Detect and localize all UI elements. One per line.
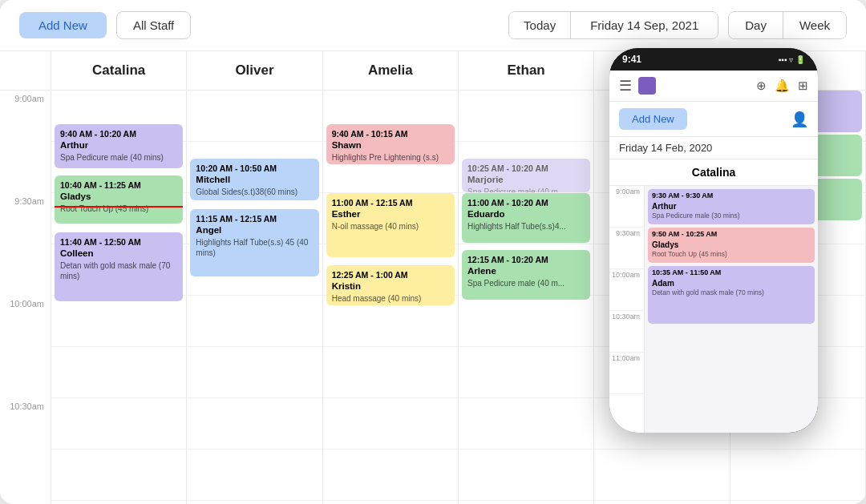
phone-status-icons: ▪▪▪ ▿ 🔋 — [779, 55, 805, 64]
bell-icon[interactable]: 🔔 — [775, 79, 790, 93]
appt-gladys[interactable]: 10:40 AM - 11:25 AM Gladys Root Touch Up… — [55, 175, 183, 224]
appt-service: Spa Pedicure male (40 mins) — [60, 152, 177, 163]
appt-time: 10:20 AM - 10:50 AM — [196, 163, 313, 174]
week-view-button[interactable]: Week — [783, 12, 846, 38]
appt-name: Esther — [332, 208, 449, 221]
phone-cal-content: 9:00am 9:30am 10:00am 10:30am 11:00am 9:… — [609, 186, 818, 433]
appt-name: Mitchell — [196, 174, 313, 187]
app-container: Add New All Staff Today Friday 14 Sep, 2… — [0, 0, 866, 504]
oliver-slot-1[interactable] — [187, 91, 322, 142]
ethan-slot-9[interactable] — [459, 501, 593, 504]
appt-name: Gladys — [60, 191, 177, 204]
phone-notch: 9:41 ▪▪▪ ▿ 🔋 — [609, 48, 818, 71]
appt-time: 9:40 AM - 10:15 AM — [332, 128, 449, 139]
appt-name: Eduardo — [467, 208, 585, 221]
oliver-slot-5[interactable] — [187, 296, 322, 347]
phone-appt-adam[interactable]: 10:35 AM - 11:50 AM Adam Detan with gold… — [648, 266, 815, 324]
grid-icon[interactable]: ⊞ — [798, 79, 808, 93]
appt-eduardo[interactable]: 11:00 AM - 10:20 AM Eduardo Highlights H… — [462, 193, 590, 243]
add-icon[interactable]: ⊕ — [756, 79, 767, 93]
appt-time: 10:25 AM - 10:20 AM — [467, 163, 585, 174]
amelia-slot-6[interactable] — [323, 347, 458, 398]
ethan-slot-7[interactable] — [459, 398, 593, 450]
staff-col-catalina: 9:40 AM - 10:20 AM Arthur Spa Pedicure m… — [51, 91, 187, 504]
oliver-slot-6[interactable] — [187, 347, 322, 398]
amelia-slot-8[interactable] — [323, 450, 458, 501]
amelia-slot-9[interactable] — [323, 501, 458, 504]
appt-arlene[interactable]: 12:15 AM - 10:20 AM Arlene Spa Pedicure … — [462, 250, 590, 300]
phone-time-930am: 9:30am — [609, 228, 644, 269]
catalina-slot-7[interactable] — [51, 398, 186, 450]
date-nav: Today Friday 14 Sep, 2021 — [508, 11, 718, 39]
catalina-slot-5[interactable] — [51, 296, 186, 347]
finch-slot-8[interactable] — [730, 450, 865, 501]
ethan-slot-8[interactable] — [459, 450, 593, 501]
nolan-slot-8[interactable] — [594, 450, 729, 501]
appt-service: Head massage (40 mins) — [332, 293, 449, 304]
staff-col-oliver: 10:20 AM - 10:50 AM Mitchell Global Side… — [187, 91, 322, 504]
hamburger-icon[interactable]: ☰ — [619, 77, 632, 95]
finch-slot-9[interactable] — [730, 501, 865, 504]
catalina-slot-9[interactable] — [51, 501, 186, 504]
appt-time: 11:00 AM - 10:20 AM — [467, 197, 585, 208]
appt-arthur[interactable]: 9:40 AM - 10:20 AM Arthur Spa Pedicure m… — [55, 124, 183, 168]
app-icon — [638, 77, 656, 95]
all-staff-button[interactable]: All Staff — [116, 11, 191, 39]
appt-mitchell[interactable]: 10:20 AM - 10:50 AM Mitchell Global Side… — [190, 159, 318, 200]
appt-service: Highlights Half Tube(s.s)4... — [467, 221, 585, 232]
appt-time: 12:15 AM - 10:20 AM — [467, 254, 585, 265]
appt-name: Kristin — [332, 280, 449, 293]
phone-screen: ☰ ⊕ 🔔 ⊞ Add New 👤 Friday 14 Feb, 2020 Ca… — [609, 71, 818, 433]
add-new-button[interactable]: Add New — [19, 12, 107, 38]
ethan-slot-1[interactable] — [459, 91, 593, 142]
appt-angel[interactable]: 11:15 AM - 12:15 AM Angel Highlights Hal… — [190, 209, 318, 276]
time-1030am: 10:30am — [0, 398, 51, 450]
phone-appt-gladys[interactable]: 9:50 AM - 10:25 AM Gladys Root Touch Up … — [648, 228, 815, 263]
today-button[interactable]: Today — [509, 12, 571, 38]
time-930am: 9:30am — [0, 193, 51, 244]
appt-service: Highlights Pre Lightening (s.s) (40 mins… — [332, 152, 449, 164]
appt-marjorie[interactable]: 10:25 AM - 10:20 AM Marjorie Spa Pedicur… — [462, 159, 590, 192]
ethan-slot-5[interactable] — [459, 296, 593, 347]
time-empty3 — [0, 347, 51, 398]
phone-time-11am: 11:00am — [609, 353, 644, 394]
appt-name: Arlene — [467, 265, 585, 278]
time-empty2 — [0, 244, 51, 296]
appt-shawn[interactable]: 9:40 AM - 10:15 AM Shawn Highlights Pre … — [326, 124, 455, 164]
oliver-slot-7[interactable] — [187, 398, 322, 450]
catalina-slot-8[interactable] — [51, 450, 186, 501]
appt-time: 12:25 AM - 1:00 AM — [332, 269, 449, 280]
nolan-slot-9[interactable] — [594, 501, 729, 504]
phone-topbar: ☰ ⊕ 🔔 ⊞ — [609, 71, 818, 102]
time-9am: 9:00am — [0, 91, 51, 142]
day-view-button[interactable]: Day — [729, 12, 783, 38]
staff-col-amelia: 9:40 AM - 10:15 AM Shawn Highlights Pre … — [323, 91, 459, 504]
appt-time: 11:15 AM - 12:15 AM — [196, 213, 313, 224]
phone-appt-arthur[interactable]: 9:30 AM - 9:30 AM Arthur Spa Pedicure ma… — [648, 189, 815, 224]
appt-name: Colleen — [60, 248, 177, 260]
appt-service: Root Touch Up (45 mins) — [60, 204, 177, 215]
phone-overlay: 9:41 ▪▪▪ ▿ 🔋 ☰ ⊕ 🔔 ⊞ Add New 👤 Friday 14… — [609, 48, 818, 433]
view-toggle: Day Week — [728, 11, 847, 39]
amelia-slot-7[interactable] — [323, 398, 458, 450]
catalina-slot-6[interactable] — [51, 347, 186, 398]
phone-time-col: 9:00am 9:30am 10:00am 10:30am 11:00am — [609, 186, 645, 433]
staff-header-oliver: Oliver — [187, 51, 322, 90]
appt-kristin[interactable]: 12:25 AM - 1:00 AM Kristin Head massage … — [326, 265, 455, 305]
appt-esther[interactable]: 11:00 AM - 12:15 AM Esther N-oil massage… — [326, 193, 455, 257]
staff-header-catalina: Catalina — [51, 51, 187, 90]
appt-name: Arthur — [60, 139, 177, 152]
phone-add-area: Add New 👤 — [609, 102, 818, 137]
oliver-slot-9[interactable] — [187, 501, 322, 504]
phone-events-col: 9:30 AM - 9:30 AM Arthur Spa Pedicure ma… — [645, 186, 818, 433]
staff-header-ethan: Ethan — [459, 51, 594, 90]
staff-col-ethan: 10:25 AM - 10:20 AM Marjorie Spa Pedicur… — [459, 91, 594, 504]
oliver-slot-8[interactable] — [187, 450, 322, 501]
phone-add-new-button[interactable]: Add New — [619, 108, 687, 130]
phone-date-bar: Friday 14 Feb, 2020 — [609, 137, 818, 159]
phone-user-icon[interactable]: 👤 — [791, 111, 808, 128]
appt-service: Global Sides(s.t)38(60 mins) — [196, 187, 313, 198]
appt-colleen[interactable]: 11:40 AM - 12:50 AM Colleen Detan with g… — [55, 232, 183, 301]
ethan-slot-6[interactable] — [459, 347, 593, 398]
appt-time: 9:40 AM - 10:20 AM — [60, 128, 177, 139]
